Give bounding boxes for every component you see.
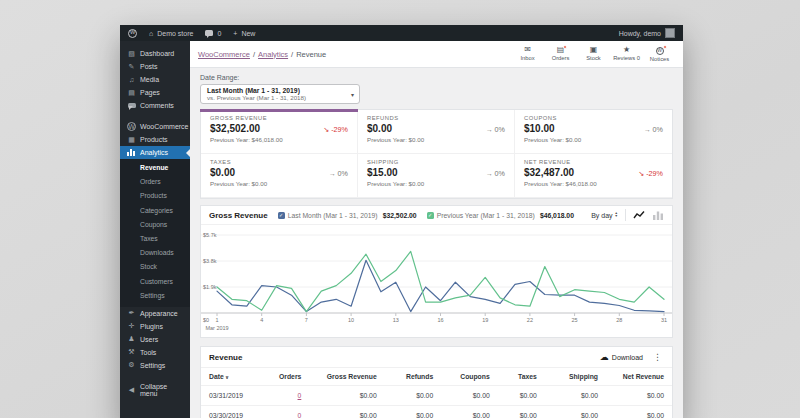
activity-tab-reviews-0[interactable]: ★Reviews 0 (611, 44, 642, 63)
column-header-shipping[interactable]: Shipping (545, 368, 606, 386)
sidebar-item-label: Pages (140, 89, 160, 96)
activity-tab-label: Orders (552, 55, 570, 61)
svg-text:$5.7k: $5.7k (203, 232, 217, 238)
summary-tile-gross-revenue[interactable]: Gross Revenue$32,502.00↘ -29%Previous Ye… (201, 110, 358, 154)
activity-tab-inbox[interactable]: ✉Inbox (512, 44, 543, 63)
summary-tile-shipping[interactable]: Shipping$15.00→ 0%Previous Year: $0.00 (358, 154, 515, 198)
wordpress-logo-menu[interactable]: W (128, 29, 137, 38)
sidebar-subitem-downloads[interactable]: Downloads (120, 246, 190, 260)
sidebar-item-posts[interactable]: ✎Posts (120, 60, 190, 73)
tile-label: Taxes (210, 159, 348, 165)
column-header-date[interactable]: Date ∨ (201, 368, 267, 386)
breadcrumb-separator: / (253, 50, 255, 59)
tile-value: $10.00 (524, 123, 555, 134)
sidebar-item-analytics[interactable]: Analytics (120, 146, 190, 159)
admin-bar: W ⌂ Demo store 0 + New Howdy, demo (120, 25, 683, 41)
svg-text:10: 10 (348, 317, 354, 323)
svg-text:22: 22 (527, 317, 533, 323)
sidebar-item-appearance[interactable]: ✒Appearance (120, 307, 190, 320)
wc-admin-header: WooCommerce/Analytics/Revenue ✉Inbox▤Ord… (190, 41, 683, 68)
column-header-orders[interactable]: Orders (267, 368, 309, 386)
table-cell: 0 (267, 386, 309, 406)
sidebar-item-label: Media (140, 76, 159, 83)
tile-value: $0.00 (367, 123, 392, 134)
legend-item-previous-year-mar-1-31-2018-[interactable]: Previous Year (Mar 1 - 31, 2018)$46,018.… (427, 212, 574, 219)
sidebar-subitem-products[interactable]: Products (120, 189, 190, 203)
summary-tile-refunds[interactable]: Refunds$0.00→ 0%Previous Year: $0.00 (358, 110, 515, 154)
sidebar-subitem-customers[interactable]: Customers (120, 275, 190, 289)
breadcrumb: WooCommerce/Analytics/Revenue (198, 50, 326, 59)
breadcrumb-woocommerce[interactable]: WooCommerce (198, 50, 250, 59)
plugins-icon: ✛ (127, 322, 136, 330)
sidebar-item-dashboard[interactable]: ▧Dashboard (120, 47, 190, 60)
sidebar-subitem-coupons[interactable]: Coupons (120, 218, 190, 232)
sidebar-item-media[interactable]: ♫Media (120, 73, 190, 86)
tile-previous-value: Previous Year: $46,018.00 (524, 180, 663, 187)
table-header-row: Date ∨OrdersGross RevenueRefundsCouponsT… (201, 368, 672, 386)
sidebar-item-comments[interactable]: Comments (120, 99, 190, 112)
column-header-gross-revenue[interactable]: Gross Revenue (309, 368, 384, 386)
my-account-menu[interactable]: Howdy, demo (619, 28, 675, 38)
activity-tab-label: Notices (650, 56, 669, 62)
sidebar-item-tools[interactable]: ⚒Tools (120, 346, 190, 359)
orders-count-link[interactable]: 0 (298, 392, 302, 399)
breadcrumb-analytics[interactable]: Analytics (258, 50, 288, 59)
collapse-menu-button[interactable]: ◀Collapse menu (120, 384, 190, 397)
summary-tile-coupons[interactable]: Coupons$10.00→ 0%Previous Year: $0.00 (515, 110, 672, 154)
summary-tile-taxes[interactable]: Taxes$0.00→ 0%Previous Year: $0.00 (201, 154, 358, 198)
tile-previous-value: Previous Year: $0.00 (367, 180, 505, 187)
svg-text:19: 19 (482, 317, 488, 323)
activity-tab-orders[interactable]: ▤Orders (545, 44, 576, 63)
sidebar-subitem-taxes[interactable]: Taxes (120, 232, 190, 246)
table-cell: $0.00 (545, 386, 606, 406)
column-header-coupons[interactable]: Coupons (441, 368, 498, 386)
sidebar-item-plugins[interactable]: ✛Plugins (120, 320, 190, 333)
download-label: Download (612, 354, 643, 361)
avatar (665, 28, 675, 38)
revenue-line-chart[interactable]: $1.9k$3.8k$5.7k$01471013161922252831Mar … (201, 225, 672, 337)
table-cell: $0.00 (385, 386, 442, 406)
column-header-refunds[interactable]: Refunds (385, 368, 442, 386)
table-cell: $0.00 (309, 406, 384, 418)
new-content-menu[interactable]: + New (233, 30, 255, 37)
bar-chart-toggle-icon[interactable] (652, 210, 664, 220)
summary-tile-net-revenue[interactable]: Net Revenue$32,487.00↘ -29%Previous Year… (515, 154, 672, 198)
sidebar-item-pages[interactable]: ▤Pages (120, 86, 190, 99)
chart-legend: Last Month (Mar 1 - 31, 2019)$32,502.00P… (278, 212, 574, 219)
sidebar-item-woocommerce[interactable]: WWooCommerce (120, 120, 190, 133)
column-header-taxes[interactable]: Taxes (498, 368, 545, 386)
sidebar-subitem-categories[interactable]: Categories (120, 204, 190, 218)
chart-title: Gross Revenue (209, 211, 268, 220)
sidebar-item-products[interactable]: ▦Products (120, 133, 190, 146)
column-header-net-revenue[interactable]: Net Revenue (606, 368, 672, 386)
date-range-dropdown[interactable]: Last Month (Mar 1 - 31, 2019) vs. Previo… (200, 84, 360, 104)
date-range-compare: vs. Previous Year (Mar 1 - 31, 2018) (207, 94, 345, 101)
line-chart-toggle-icon[interactable] (633, 210, 645, 220)
activity-tab-stock[interactable]: ▣Stock (578, 44, 609, 63)
sidebar-subitem-orders[interactable]: Orders (120, 175, 190, 189)
site-name-link[interactable]: ⌂ Demo store (149, 30, 193, 37)
sidebar-subitem-stock[interactable]: Stock (120, 260, 190, 274)
home-icon: ⌂ (149, 30, 153, 37)
wordpress-logo-icon: W (128, 29, 137, 38)
activity-tab-notices[interactable]: WNotices (644, 44, 675, 64)
sidebar-subitem-settings[interactable]: Settings (120, 289, 190, 303)
interval-select[interactable]: By day ▲▼ (591, 212, 618, 219)
revenue-table-panel: Revenue ☁ Download ⋮ Date ∨OrdersGross R… (200, 346, 673, 418)
sidebar-item-label: Plugins (140, 323, 163, 330)
svg-text:$1.9k: $1.9k (203, 284, 217, 290)
reviews-icon: ★ (623, 46, 630, 54)
table-cell: $0.00 (385, 406, 442, 418)
sidebar-item-users[interactable]: ♟Users (120, 333, 190, 346)
ellipsis-menu-icon[interactable]: ⋮ (651, 352, 664, 362)
tile-label: Shipping (367, 159, 505, 165)
sidebar-item-settings[interactable]: ⚙Settings (120, 359, 190, 372)
collapse-menu-label: Collapse menu (140, 383, 186, 397)
sidebar-subitem-revenue[interactable]: Revenue (120, 161, 190, 175)
orders-count-link[interactable]: 0 (298, 412, 302, 418)
comments-bubble[interactable]: 0 (205, 30, 221, 37)
legend-item-last-month-mar-1-31-2019-[interactable]: Last Month (Mar 1 - 31, 2019)$32,502.00 (278, 212, 417, 219)
download-button[interactable]: ☁ Download (600, 353, 643, 362)
activity-tab-label: Stock (586, 55, 601, 61)
tile-change: → 0% (643, 125, 663, 134)
